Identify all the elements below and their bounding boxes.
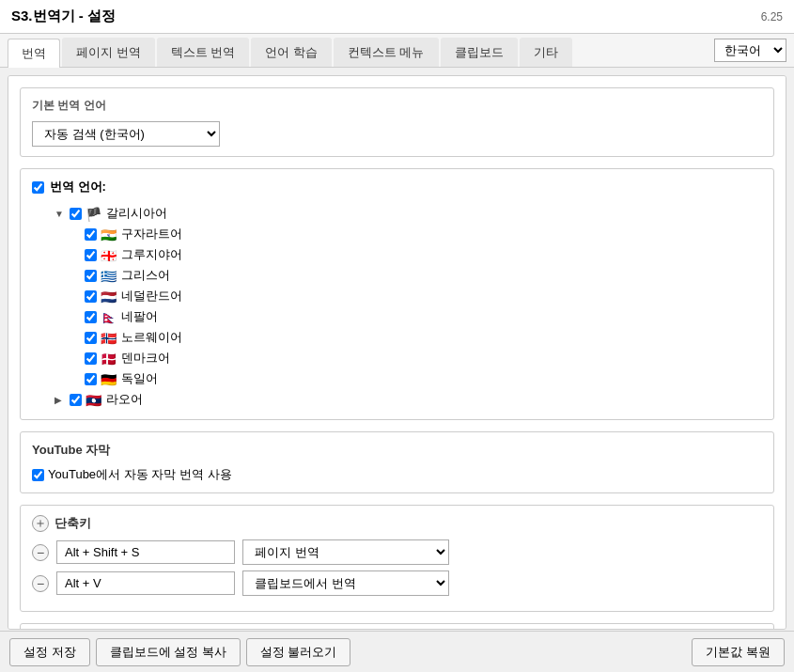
shortcut-key-1[interactable] xyxy=(56,540,235,564)
tab-lang-learn[interactable]: 언어 학습 xyxy=(251,38,332,67)
label-danish: 덴마크어 xyxy=(121,350,170,367)
label-dutch: 네덜란드어 xyxy=(121,288,182,305)
flag-lao: 🇱🇦 xyxy=(86,394,102,405)
load-button[interactable]: 설정 불러오기 xyxy=(246,638,351,666)
lang-tree: ▼ 🏴 갈리시아어 🇮🇳 구자라트어 🇬🇪 그루지야어 🇬� xyxy=(39,203,762,410)
lang-item-norwegian: 🇳🇴 노르웨이어 xyxy=(70,327,762,348)
translate-lang-checkbox[interactable] xyxy=(32,181,44,194)
bottom-bar: 설정 저장 클립보드에 설정 복사 설정 불러오기 기본값 복원 xyxy=(0,631,794,672)
checkbox-greek[interactable] xyxy=(85,270,97,282)
shortcut-remove-2[interactable]: − xyxy=(32,575,49,592)
flag-norwegian: 🇳🇴 xyxy=(101,332,117,343)
tab-other[interactable]: 기타 xyxy=(520,38,572,67)
translate-lang-section: 번역 언어: ▼ 🏴 갈리시아어 🇮🇳 구자라트어 🇬🇪 그루지야어 xyxy=(20,168,774,420)
flag-galician: 🏴 xyxy=(86,208,102,219)
youtube-checkbox-text: YouTube에서 자동 자막 번역 사용 xyxy=(48,466,232,483)
flag-greek: 🇬🇷 xyxy=(101,270,117,281)
checkbox-norwegian[interactable] xyxy=(85,332,97,344)
flag-nepali: 🇳🇵 xyxy=(101,311,117,322)
shortcut-action-select-2[interactable]: 페이지 번역 클립보드에서 번역 텍스트 번역 xyxy=(242,570,449,596)
label-georgian: 그루지야어 xyxy=(121,246,182,263)
main-content: 기본 번역 언어 자동 검색 (한국어) 한국어 English 번역 언어: … xyxy=(8,75,786,630)
shortcut-title: 단축키 xyxy=(54,515,91,532)
checkbox-galician[interactable] xyxy=(70,208,82,220)
label-greek: 그리스어 xyxy=(121,267,170,284)
checkbox-danish[interactable] xyxy=(85,352,97,365)
flag-georgian: 🇬🇪 xyxy=(101,249,117,260)
expand-arrow-galician[interactable]: ▼ xyxy=(54,209,66,219)
youtube-checkbox-label[interactable]: YouTube에서 자동 자막 번역 사용 xyxy=(32,466,762,483)
flag-gujarati: 🇮🇳 xyxy=(101,228,117,240)
lang-item-danish: 🇩🇰 덴마크어 xyxy=(70,348,762,368)
lang-item-lao: ▶ 🇱🇦 라오어 xyxy=(54,389,762,410)
base-lang-select[interactable]: 자동 검색 (한국어) 한국어 English xyxy=(32,121,220,147)
reset-button[interactable]: 기본값 복원 xyxy=(692,638,785,666)
shortcut-action-select-1[interactable]: 페이지 번역 클립보드에서 번역 텍스트 번역 xyxy=(242,539,449,565)
checkbox-german[interactable] xyxy=(85,373,97,385)
copy-button[interactable]: 클립보드에 설정 복사 xyxy=(96,638,241,666)
tab-page-translate[interactable]: 페이지 번역 xyxy=(62,38,155,67)
checkbox-dutch[interactable] xyxy=(85,290,97,303)
translate-lang-header: 번역 언어: xyxy=(32,179,762,195)
lang-item-nepali: 🇳🇵 네팔어 xyxy=(70,306,762,327)
checkbox-georgian[interactable] xyxy=(85,249,97,261)
youtube-checkbox[interactable] xyxy=(32,469,44,481)
lang-select-wrapper: 한국어 English 日本語 xyxy=(714,35,786,66)
flag-german: 🇩🇪 xyxy=(101,373,117,384)
youtube-section: YouTube 자막 YouTube에서 자동 자막 번역 사용 xyxy=(20,431,774,493)
flag-danish: 🇩🇰 xyxy=(101,352,117,364)
app-title: S3.번역기 - 설정 xyxy=(11,8,116,25)
tab-translate[interactable]: 번역 xyxy=(8,39,60,68)
checkbox-lao[interactable] xyxy=(70,394,82,406)
label-galician: 갈리시아어 xyxy=(106,205,167,222)
shortcut-remove-1[interactable]: − xyxy=(32,544,49,561)
shortcut-key-2[interactable] xyxy=(56,571,235,595)
label-lao: 라오어 xyxy=(106,391,143,408)
label-nepali: 네팔어 xyxy=(121,308,158,325)
tab-context-menu[interactable]: 컨텍스트 메뉴 xyxy=(334,38,439,67)
lang-item-dutch: 🇳🇱 네덜란드어 xyxy=(70,286,762,306)
lang-item-german: 🇩🇪 독일어 xyxy=(70,368,762,389)
lang-item-georgian: 🇬🇪 그루지야어 xyxy=(70,244,762,265)
youtube-title: YouTube 자막 xyxy=(32,442,762,459)
shortcut-add-button[interactable]: ＋ xyxy=(32,515,49,532)
shortcut-row-1: − 페이지 번역 클립보드에서 번역 텍스트 번역 xyxy=(32,539,762,565)
label-gujarati: 구자라트어 xyxy=(121,226,182,242)
ui-lang-select[interactable]: 한국어 English 日本語 xyxy=(714,39,786,62)
shortcut-section: ＋ 단축키 − 페이지 번역 클립보드에서 번역 텍스트 번역 − 페이지 번역… xyxy=(20,505,774,612)
checkbox-gujarati[interactable] xyxy=(85,228,97,241)
tab-text-translate[interactable]: 텍스트 번역 xyxy=(157,38,250,67)
save-button[interactable]: 설정 저장 xyxy=(9,638,90,666)
tab-clipboard[interactable]: 클립보드 xyxy=(441,38,518,67)
shortcut-header: ＋ 단축키 xyxy=(32,515,762,532)
tabs-bar: 번역 페이지 번역 텍스트 번역 언어 학습 컨텍스트 메뉴 클립보드 기타 한… xyxy=(0,34,794,68)
label-german: 독일어 xyxy=(121,370,158,387)
expand-arrow-lao[interactable]: ▶ xyxy=(54,395,66,405)
label-norwegian: 노르웨이어 xyxy=(121,329,182,346)
checkbox-nepali[interactable] xyxy=(85,311,97,323)
lang-item-galician: ▼ 🏴 갈리시아어 xyxy=(54,203,762,224)
flag-dutch: 🇳🇱 xyxy=(101,290,117,302)
title-bar: S3.번역기 - 설정 6.25 xyxy=(0,0,794,34)
app-version: 6.25 xyxy=(761,10,783,23)
lang-item-gujarati: 🇮🇳 구자라트어 xyxy=(70,224,762,244)
base-lang-section: 기본 번역 언어 자동 검색 (한국어) 한국어 English xyxy=(20,87,774,157)
base-lang-title: 기본 번역 언어 xyxy=(32,98,762,114)
shortcut-row-2: − 페이지 번역 클립보드에서 번역 텍스트 번역 xyxy=(32,570,762,596)
translate-lang-label: 번역 언어: xyxy=(50,179,106,195)
click-image-section: 🖼️ 그림을 클릭하면 메뉴 번역 설정 xyxy=(20,623,774,630)
lang-item-greek: 🇬🇷 그리스어 xyxy=(70,265,762,286)
